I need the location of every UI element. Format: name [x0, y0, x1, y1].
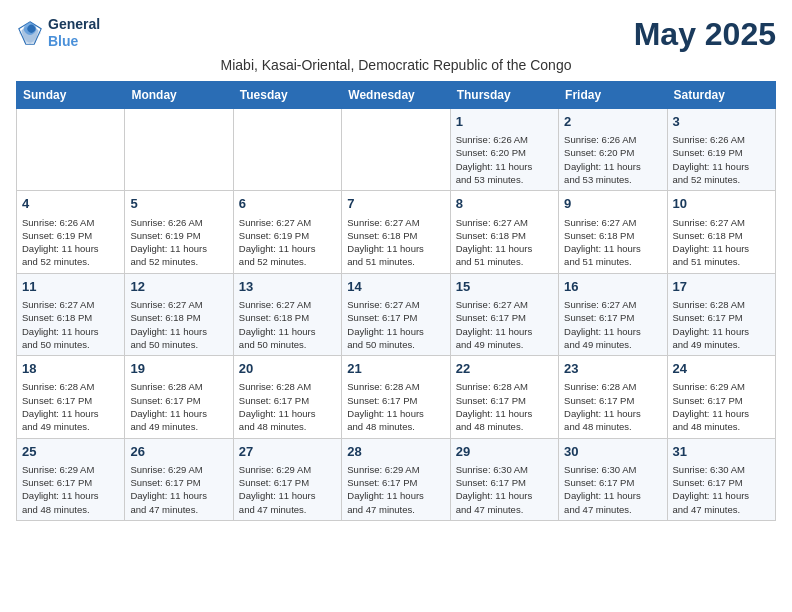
- page-subtitle: Miabi, Kasai-Oriental, Democratic Republ…: [16, 57, 776, 73]
- calendar-cell: 20Sunrise: 6:28 AM Sunset: 6:17 PM Dayli…: [233, 356, 341, 438]
- calendar-cell: 28Sunrise: 6:29 AM Sunset: 6:17 PM Dayli…: [342, 438, 450, 520]
- calendar-cell: 24Sunrise: 6:29 AM Sunset: 6:17 PM Dayli…: [667, 356, 775, 438]
- day-info: Sunrise: 6:27 AM Sunset: 6:18 PM Dayligh…: [673, 216, 770, 269]
- calendar-table: SundayMondayTuesdayWednesdayThursdayFrid…: [16, 81, 776, 521]
- calendar-cell: 29Sunrise: 6:30 AM Sunset: 6:17 PM Dayli…: [450, 438, 558, 520]
- day-number: 8: [456, 195, 553, 213]
- day-info: Sunrise: 6:30 AM Sunset: 6:17 PM Dayligh…: [673, 463, 770, 516]
- day-info: Sunrise: 6:26 AM Sunset: 6:19 PM Dayligh…: [673, 133, 770, 186]
- day-number: 16: [564, 278, 661, 296]
- day-info: Sunrise: 6:27 AM Sunset: 6:18 PM Dayligh…: [239, 298, 336, 351]
- day-info: Sunrise: 6:27 AM Sunset: 6:18 PM Dayligh…: [564, 216, 661, 269]
- calendar-cell: 2Sunrise: 6:26 AM Sunset: 6:20 PM Daylig…: [559, 109, 667, 191]
- day-number: 20: [239, 360, 336, 378]
- day-number: 15: [456, 278, 553, 296]
- day-info: Sunrise: 6:28 AM Sunset: 6:17 PM Dayligh…: [130, 380, 227, 433]
- day-number: 4: [22, 195, 119, 213]
- calendar-cell: 31Sunrise: 6:30 AM Sunset: 6:17 PM Dayli…: [667, 438, 775, 520]
- logo-icon: [16, 19, 44, 47]
- week-row-3: 11Sunrise: 6:27 AM Sunset: 6:18 PM Dayli…: [17, 273, 776, 355]
- day-number: 24: [673, 360, 770, 378]
- day-number: 22: [456, 360, 553, 378]
- day-info: Sunrise: 6:27 AM Sunset: 6:18 PM Dayligh…: [22, 298, 119, 351]
- day-number: 7: [347, 195, 444, 213]
- day-info: Sunrise: 6:26 AM Sunset: 6:19 PM Dayligh…: [130, 216, 227, 269]
- header-monday: Monday: [125, 82, 233, 109]
- day-info: Sunrise: 6:26 AM Sunset: 6:20 PM Dayligh…: [564, 133, 661, 186]
- week-row-5: 25Sunrise: 6:29 AM Sunset: 6:17 PM Dayli…: [17, 438, 776, 520]
- calendar-cell: 23Sunrise: 6:28 AM Sunset: 6:17 PM Dayli…: [559, 356, 667, 438]
- day-number: 2: [564, 113, 661, 131]
- calendar-cell: 9Sunrise: 6:27 AM Sunset: 6:18 PM Daylig…: [559, 191, 667, 273]
- calendar-cell: 8Sunrise: 6:27 AM Sunset: 6:18 PM Daylig…: [450, 191, 558, 273]
- day-info: Sunrise: 6:29 AM Sunset: 6:17 PM Dayligh…: [673, 380, 770, 433]
- day-number: 21: [347, 360, 444, 378]
- day-info: Sunrise: 6:29 AM Sunset: 6:17 PM Dayligh…: [347, 463, 444, 516]
- calendar-cell: 16Sunrise: 6:27 AM Sunset: 6:17 PM Dayli…: [559, 273, 667, 355]
- day-number: 30: [564, 443, 661, 461]
- calendar-cell: 12Sunrise: 6:27 AM Sunset: 6:18 PM Dayli…: [125, 273, 233, 355]
- calendar-cell: [125, 109, 233, 191]
- calendar-cell: 1Sunrise: 6:26 AM Sunset: 6:20 PM Daylig…: [450, 109, 558, 191]
- calendar-cell: 22Sunrise: 6:28 AM Sunset: 6:17 PM Dayli…: [450, 356, 558, 438]
- calendar-cell: 10Sunrise: 6:27 AM Sunset: 6:18 PM Dayli…: [667, 191, 775, 273]
- calendar-cell: [342, 109, 450, 191]
- header-tuesday: Tuesday: [233, 82, 341, 109]
- calendar-cell: 27Sunrise: 6:29 AM Sunset: 6:17 PM Dayli…: [233, 438, 341, 520]
- day-number: 19: [130, 360, 227, 378]
- calendar-cell: 19Sunrise: 6:28 AM Sunset: 6:17 PM Dayli…: [125, 356, 233, 438]
- day-number: 6: [239, 195, 336, 213]
- day-info: Sunrise: 6:28 AM Sunset: 6:17 PM Dayligh…: [456, 380, 553, 433]
- day-info: Sunrise: 6:29 AM Sunset: 6:17 PM Dayligh…: [130, 463, 227, 516]
- calendar-header-row: SundayMondayTuesdayWednesdayThursdayFrid…: [17, 82, 776, 109]
- day-number: 3: [673, 113, 770, 131]
- day-number: 5: [130, 195, 227, 213]
- day-number: 12: [130, 278, 227, 296]
- calendar-cell: 4Sunrise: 6:26 AM Sunset: 6:19 PM Daylig…: [17, 191, 125, 273]
- header-wednesday: Wednesday: [342, 82, 450, 109]
- day-info: Sunrise: 6:30 AM Sunset: 6:17 PM Dayligh…: [456, 463, 553, 516]
- day-info: Sunrise: 6:28 AM Sunset: 6:17 PM Dayligh…: [22, 380, 119, 433]
- header-saturday: Saturday: [667, 82, 775, 109]
- day-info: Sunrise: 6:27 AM Sunset: 6:18 PM Dayligh…: [456, 216, 553, 269]
- day-number: 18: [22, 360, 119, 378]
- day-info: Sunrise: 6:30 AM Sunset: 6:17 PM Dayligh…: [564, 463, 661, 516]
- calendar-cell: 18Sunrise: 6:28 AM Sunset: 6:17 PM Dayli…: [17, 356, 125, 438]
- day-number: 27: [239, 443, 336, 461]
- day-info: Sunrise: 6:27 AM Sunset: 6:17 PM Dayligh…: [347, 298, 444, 351]
- calendar-cell: 5Sunrise: 6:26 AM Sunset: 6:19 PM Daylig…: [125, 191, 233, 273]
- calendar-cell: [17, 109, 125, 191]
- day-number: 1: [456, 113, 553, 131]
- calendar-cell: 26Sunrise: 6:29 AM Sunset: 6:17 PM Dayli…: [125, 438, 233, 520]
- calendar-cell: 25Sunrise: 6:29 AM Sunset: 6:17 PM Dayli…: [17, 438, 125, 520]
- week-row-4: 18Sunrise: 6:28 AM Sunset: 6:17 PM Dayli…: [17, 356, 776, 438]
- day-info: Sunrise: 6:28 AM Sunset: 6:17 PM Dayligh…: [239, 380, 336, 433]
- calendar-cell: 6Sunrise: 6:27 AM Sunset: 6:19 PM Daylig…: [233, 191, 341, 273]
- day-info: Sunrise: 6:27 AM Sunset: 6:17 PM Dayligh…: [456, 298, 553, 351]
- page-title: May 2025: [634, 16, 776, 53]
- logo-line1: General: [48, 16, 100, 33]
- day-number: 14: [347, 278, 444, 296]
- week-row-1: 1Sunrise: 6:26 AM Sunset: 6:20 PM Daylig…: [17, 109, 776, 191]
- header-friday: Friday: [559, 82, 667, 109]
- day-info: Sunrise: 6:27 AM Sunset: 6:18 PM Dayligh…: [130, 298, 227, 351]
- day-number: 28: [347, 443, 444, 461]
- day-info: Sunrise: 6:28 AM Sunset: 6:17 PM Dayligh…: [564, 380, 661, 433]
- day-info: Sunrise: 6:28 AM Sunset: 6:17 PM Dayligh…: [347, 380, 444, 433]
- week-row-2: 4Sunrise: 6:26 AM Sunset: 6:19 PM Daylig…: [17, 191, 776, 273]
- calendar-cell: 30Sunrise: 6:30 AM Sunset: 6:17 PM Dayli…: [559, 438, 667, 520]
- calendar-cell: 15Sunrise: 6:27 AM Sunset: 6:17 PM Dayli…: [450, 273, 558, 355]
- calendar-cell: [233, 109, 341, 191]
- header-thursday: Thursday: [450, 82, 558, 109]
- day-info: Sunrise: 6:27 AM Sunset: 6:18 PM Dayligh…: [347, 216, 444, 269]
- logo: General Blue: [16, 16, 100, 50]
- day-info: Sunrise: 6:28 AM Sunset: 6:17 PM Dayligh…: [673, 298, 770, 351]
- day-number: 26: [130, 443, 227, 461]
- day-number: 11: [22, 278, 119, 296]
- day-number: 29: [456, 443, 553, 461]
- day-info: Sunrise: 6:27 AM Sunset: 6:19 PM Dayligh…: [239, 216, 336, 269]
- day-info: Sunrise: 6:26 AM Sunset: 6:19 PM Dayligh…: [22, 216, 119, 269]
- calendar-cell: 3Sunrise: 6:26 AM Sunset: 6:19 PM Daylig…: [667, 109, 775, 191]
- day-number: 9: [564, 195, 661, 213]
- day-number: 31: [673, 443, 770, 461]
